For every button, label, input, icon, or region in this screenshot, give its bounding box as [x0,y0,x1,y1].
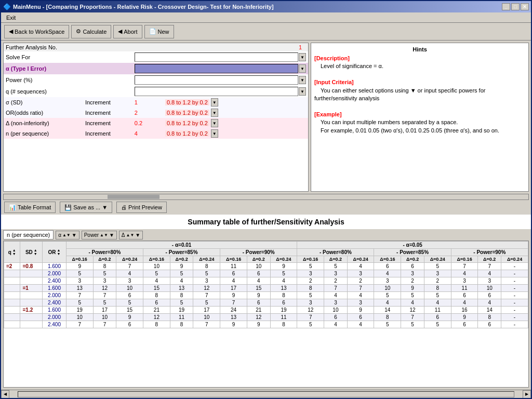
form-row-solve-for: Solve For n (per sequence) ▼ [4,51,308,63]
maximize-button[interactable]: □ [511,3,520,10]
cell-d016-a05-p85: 8 [374,314,401,321]
form-row-further-analysis: Further Analysis No. 1 [4,43,308,51]
p85-a01-header: - Power=85% [143,249,220,256]
scroll-track[interactable] [18,391,514,397]
cell-d024-a05-p90: - [501,299,528,307]
cell-d024-a01-p80: 3 [116,277,143,285]
cell-d024-a01-p85: 8 [193,263,220,270]
alpha-dropdown[interactable]: ▼ [299,64,306,73]
cell-d016-a05-p85: 14 [374,307,401,314]
cell-d016-a05-p85: 4 [374,299,401,307]
table-row: 2.400 5 5 5 6 5 5 7 6 6 3 3 3 4 4 4 4 4 … [4,299,528,307]
table-row: 2.000 7 7 6 8 8 7 9 9 8 5 4 4 5 5 5 6 6 … [4,292,528,299]
sigma-label: σ (SD) [4,97,83,108]
d016-a01-p80-header: Δ=0.16 [66,256,93,263]
sigma-dropdown[interactable]: ▼ [211,98,218,107]
app-icon: 🔷 [3,3,11,10]
cell-d02-a01-p80: 12 [93,285,116,292]
calculate-button[interactable]: ⚙ Calculate [71,25,111,38]
cell-d02-a05-p90: 7 [478,263,501,270]
scroll-left-button[interactable]: ◀ [1,390,9,398]
q-input[interactable]: 2 [135,87,298,96]
abort-button[interactable]: ◀ Abort [113,25,142,38]
cell-d02-a05-p90: 10 [478,285,501,292]
power-groups-row: - Power=80% - Power=85% - Power=90% - Po… [4,249,528,256]
solve-for-input[interactable]: n (per sequence) [135,52,298,62]
cell-q [4,270,20,277]
horizontal-scrollbar[interactable] [3,194,529,200]
cell-d02-a01-p85: 4 [170,277,193,285]
cell-d016-a01-p85: 5 [143,270,170,277]
cell-d02-a01-p85: 8 [170,292,193,299]
alpha-input[interactable]: 0.01 0.05 [135,64,298,73]
form-table: Further Analysis No. 1 Solve For n (per … [4,43,308,139]
cell-d016-a05-p80: 3 [297,299,324,307]
n-start: 4 [132,128,163,139]
n-dropdown[interactable]: ▼ [211,129,218,138]
cell-d016-a05-p80: 5 [297,321,324,328]
cell-q [4,277,20,285]
power-sort-button[interactable]: Power ▲▼ ▼ [82,231,117,240]
cell-or: 1.600 [43,285,66,292]
delta-dropdown[interactable]: ▼ [211,119,218,127]
cell-d02-a05-p90: 8 [478,314,501,321]
cell-sd [20,292,43,299]
d024-a01-p85-header: Δ=0.24 [193,256,220,263]
alpha-sort-dropdown[interactable]: ▼ [72,232,77,238]
cell-d02-a05-p85: 2 [401,277,424,285]
menu-item-exit[interactable]: Exit [3,14,19,22]
save-dropdown-arrow: ▼ [102,204,108,210]
cell-q: =2 [4,263,20,270]
power-sort-arrows: ▲▼ [100,233,108,237]
bottom-scrollbar[interactable]: ◀ ▶ [1,390,531,398]
cell-d024-a01-p90: 9 [270,263,297,270]
power-dropdown[interactable]: ▼ [299,76,306,84]
cell-d016-a05-p85: 10 [374,285,401,292]
cell-d024-a05-p85: 11 [424,307,451,314]
cell-d016-a01-p90: 24 [220,307,247,314]
title-bar: 🔷 MainMenu - [Comparing Proportions - Re… [1,1,531,12]
cell-d024-a01-p90: 8 [270,321,297,328]
alpha-sort-button[interactable]: α ▲▼ ▼ [56,231,79,240]
delta-sort-button[interactable]: Δ ▲▼ ▼ [119,231,143,240]
menu-bar: Exit [1,12,531,23]
cell-d016-a01-p85: 8 [143,321,170,328]
cell-d02-a05-p90: 4 [478,270,501,277]
delta-sort-dropdown[interactable]: ▼ [135,232,140,238]
or-dropdown[interactable]: ▼ [211,109,218,117]
cell-d024-a01-p90: 6 [270,299,297,307]
cell-d02-a01-p90: 10 [247,263,270,270]
table-format-button[interactable]: 📊 Table Format [4,202,56,213]
cell-d02-a01-p85: 19 [170,307,193,314]
print-preview-button[interactable]: 🖨 Print Preview [116,202,167,213]
solve-for-dropdown[interactable]: ▼ [299,53,306,61]
scroll-right-button[interactable]: ▶ [523,390,531,398]
q-dropdown[interactable]: ▼ [299,87,306,96]
back-to-workspace-button[interactable]: ◀ Back to WorkSpace [4,25,69,38]
cell-d02-a05-p85: 12 [401,307,424,314]
cell-d016-a05-p80: 5 [297,263,324,270]
cell-d02-a01-p90: 6 [247,299,270,307]
or-label: OR(odds ratio) [4,108,83,118]
cell-d024-a05-p80: 3 [347,299,374,307]
cell-d016-a05-p90: 7 [451,263,478,270]
print-icon: 🖨 [121,204,127,210]
cell-d02-a01-p80: 5 [93,299,116,307]
cell-d016-a01-p80: 7 [66,321,93,328]
further-analysis-label: Further Analysis No. [4,43,132,51]
delta-range: 0.8 to 1.2 by 0.2 ▼ [163,118,308,128]
close-button[interactable]: ✕ [521,3,529,10]
col-q: q▲▼ [4,242,20,263]
data-table-wrapper[interactable]: q▲▼ SD▲▼ OR▲▼ - α=0.01 - α=0.05 - Power=… [3,241,529,388]
d02-a01-p90-header: Δ=0.2 [247,256,270,263]
power-sort-dropdown[interactable]: ▼ [109,232,114,238]
save-as-button[interactable]: 💾 Save as ... ▼ [60,202,112,213]
cell-q [4,299,20,307]
new-button[interactable]: 📄 New [144,25,174,38]
cell-d024-a05-p85: 8 [424,285,451,292]
power-input[interactable]: 80 85 90 [135,75,298,85]
n-increment: Increment [83,128,132,139]
minimize-button[interactable]: _ [502,3,510,10]
form-row-alpha: α (Type I Error) 0.01 0.05 ▼ [4,63,308,74]
cell-d02-a01-p90: 9 [247,292,270,299]
